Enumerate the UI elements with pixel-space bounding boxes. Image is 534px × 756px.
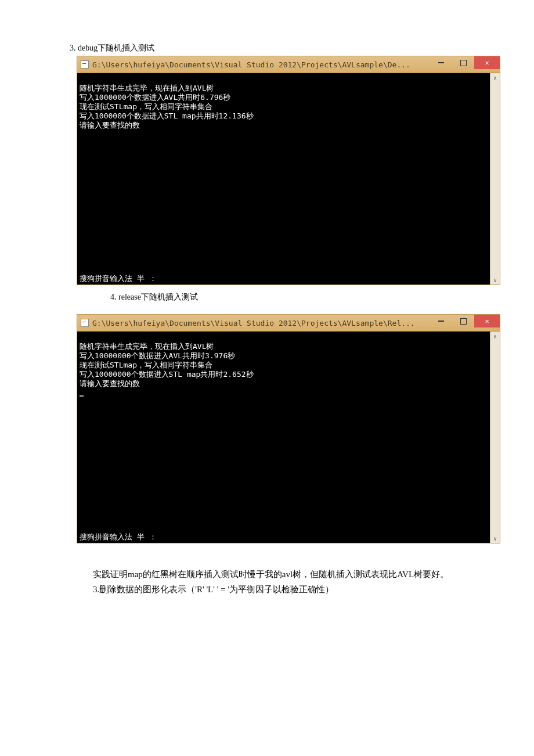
scrollbar[interactable]: ∧ ∨ bbox=[490, 332, 500, 543]
window-icon bbox=[81, 60, 89, 69]
window-buttons bbox=[430, 315, 500, 331]
console-body: 随机字符串生成完毕，现在插入到AVL树 写入1000000个数据进入AVL共用时… bbox=[77, 73, 500, 285]
console-output: 随机字符串生成完毕，现在插入到AVL树 写入10000000个数据进入AVL共用… bbox=[77, 332, 490, 543]
caption-3: 3. debug下随机插入测试 bbox=[70, 43, 499, 53]
scroll-down-icon[interactable]: ∨ bbox=[490, 275, 500, 285]
minimize-button[interactable] bbox=[430, 315, 452, 327]
window-buttons bbox=[430, 56, 500, 73]
document-page: 3. debug下随机插入测试 G:\Users\hufeiya\Documen… bbox=[0, 0, 534, 632]
paragraph: 实践证明map的红黑树在顺序插入测试时慢于我的avl树，但随机插入测试表现比AV… bbox=[93, 567, 453, 582]
scroll-track[interactable] bbox=[490, 82, 500, 275]
maximize-button[interactable] bbox=[452, 315, 474, 327]
output-line: 现在测试STLmap，写入相同字符串集合 bbox=[80, 361, 212, 369]
titlebar[interactable]: G:\Users\hufeiya\Documents\Visual Studio… bbox=[77, 315, 500, 332]
console-window-release: G:\Users\hufeiya\Documents\Visual Studio… bbox=[77, 314, 500, 543]
scroll-track[interactable] bbox=[490, 341, 500, 534]
maximize-button[interactable] bbox=[452, 56, 474, 69]
ime-status: 搜狗拼音输入法 半 ： bbox=[80, 274, 157, 283]
output-line: 现在测试STLmap，写入相同字符串集合 bbox=[80, 102, 212, 111]
scroll-up-icon[interactable]: ∧ bbox=[490, 332, 500, 341]
output-line: 请输入要查找的数 bbox=[80, 121, 140, 129]
titlebar[interactable]: G:\Users\hufeiya\Documents\Visual Studio… bbox=[77, 56, 500, 73]
output-line: 随机字符串生成完毕，现在插入到AVL树 bbox=[80, 342, 214, 351]
console-body: 随机字符串生成完毕，现在插入到AVL树 写入10000000个数据进入AVL共用… bbox=[77, 332, 500, 543]
output-line: 写入1000000个数据进入AVL共用时6.796秒 bbox=[80, 93, 230, 102]
window-title: G:\Users\hufeiya\Documents\Visual Studio… bbox=[92, 60, 430, 69]
output-line: 请输入要查找的数 bbox=[80, 379, 140, 388]
caption-4: 4. release下随机插入测试 bbox=[110, 292, 499, 303]
output-line: 写入10000000个数据进入STL map共用时2.652秒 bbox=[80, 370, 254, 379]
scroll-up-icon[interactable]: ∧ bbox=[490, 73, 500, 82]
close-button[interactable] bbox=[474, 56, 500, 69]
console-window-debug: G:\Users\hufeiya\Documents\Visual Studio… bbox=[77, 56, 500, 285]
scrollbar[interactable]: ∧ ∨ bbox=[490, 73, 500, 285]
output-line: 随机字符串生成完毕，现在插入到AVL树 bbox=[80, 84, 214, 92]
window-icon bbox=[81, 319, 89, 327]
close-button[interactable] bbox=[474, 315, 500, 327]
window-title: G:\Users\hufeiya\Documents\Visual Studio… bbox=[92, 319, 430, 327]
minimize-button[interactable] bbox=[430, 56, 452, 69]
output-line: 写入1000000个数据进入STL map共用时12.136秒 bbox=[80, 111, 254, 120]
body-text: 实践证明map的红黑树在顺序插入测试时慢于我的avl树，但随机插入测试表现比AV… bbox=[93, 567, 453, 597]
paragraph: 3.删除数据的图形化表示（'R' 'L' ' = '为平衡因子以检验正确性） bbox=[93, 582, 453, 597]
console-output: 随机字符串生成完毕，现在插入到AVL树 写入1000000个数据进入AVL共用时… bbox=[77, 73, 490, 285]
output-line: 写入10000000个数据进入AVL共用时3.976秒 bbox=[80, 351, 235, 360]
scroll-down-icon[interactable]: ∨ bbox=[490, 534, 500, 543]
cursor-icon bbox=[80, 395, 84, 397]
ime-status: 搜狗拼音输入法 半 ： bbox=[80, 532, 157, 542]
